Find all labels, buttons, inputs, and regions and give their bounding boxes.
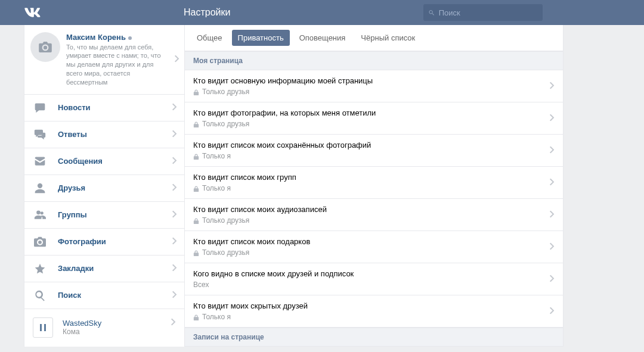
lock-icon	[193, 250, 199, 256]
sidebar-item-label: Сообщения	[58, 157, 103, 166]
topbar: Настройки	[0, 0, 644, 25]
privacy-question: Кого видно в списке моих друзей и подпис…	[193, 269, 555, 278]
chevron-right-icon	[550, 82, 555, 91]
page-title: Настройки	[184, 7, 230, 18]
chevron-right-icon	[172, 291, 177, 300]
lock-icon	[193, 185, 199, 191]
sidebar-item-photos[interactable]: Фотографии	[24, 229, 184, 256]
search-box[interactable]	[423, 4, 543, 21]
person-icon	[33, 181, 47, 195]
privacy-row[interactable]: Кого видно в списке моих друзей и подпис…	[185, 263, 563, 295]
privacy-value: Только друзья	[193, 120, 555, 128]
chevron-right-icon	[172, 183, 177, 192]
pause-icon	[39, 324, 47, 331]
privacy-value: Только я	[193, 313, 555, 321]
chevron-right-icon	[550, 146, 555, 155]
sidebar-item-news[interactable]: Новости	[24, 95, 184, 122]
chevron-right-icon	[172, 103, 177, 112]
privacy-question: Кто видит список моих групп	[193, 173, 555, 182]
privacy-question: Кто видит список моих подарков	[193, 237, 555, 246]
sidebar-item-groups[interactable]: Группы	[24, 202, 184, 229]
chevron-right-icon	[171, 319, 176, 328]
vk-logo[interactable]	[24, 4, 41, 21]
privacy-question: Кто видит основную информацию моей стран…	[193, 76, 555, 85]
privacy-value: Всех	[193, 281, 555, 289]
sidebar-item-label: Новости	[58, 103, 91, 112]
player-artist: WastedSky	[63, 319, 101, 328]
privacy-question: Кто видит список моих аудиозаписей	[193, 205, 555, 214]
profile-name: Максим Корень	[66, 33, 126, 42]
privacy-value: Только друзья	[193, 88, 555, 96]
tab-blacklist[interactable]: Чёрный список	[355, 30, 421, 46]
envelope-icon	[33, 154, 47, 169]
privacy-row[interactable]: Кто видит моих скрытых друзейТолько я	[185, 295, 563, 328]
privacy-row[interactable]: Кто видит основную информацию моей стран…	[185, 70, 563, 102]
tabs: Общее Приватность Оповещения Чёрный спис…	[185, 25, 563, 51]
sidebar-item-messages[interactable]: Сообщения	[24, 148, 184, 175]
chevron-right-icon	[172, 210, 177, 219]
privacy-value: Только я	[193, 184, 555, 192]
section-header-wall: Записи на странице	[185, 328, 563, 347]
star-icon	[33, 261, 47, 276]
people-icon	[33, 208, 47, 222]
tab-general[interactable]: Общее	[191, 30, 228, 46]
online-dot-icon	[128, 36, 132, 40]
chevron-right-icon	[550, 275, 555, 284]
sidebar: Максим Корень То, что мы делаем для себя…	[24, 25, 185, 347]
tab-privacy[interactable]: Приватность	[232, 30, 290, 46]
privacy-row[interactable]: Кто видит фотографии, на которых меня от…	[185, 102, 563, 135]
chevron-right-icon	[550, 210, 555, 219]
privacy-question: Кто видит список моих сохранённых фотогр…	[193, 141, 555, 149]
lock-icon	[193, 89, 199, 95]
sidebar-item-bookmarks[interactable]: Закладки	[24, 256, 184, 282]
chevron-right-icon	[172, 157, 177, 166]
sidebar-item-search[interactable]: Поиск	[24, 282, 184, 309]
speech-bubble-icon	[33, 101, 47, 115]
privacy-question: Кто видит моих скрытых друзей	[193, 301, 555, 310]
avatar	[30, 32, 60, 62]
sidebar-item-friends[interactable]: Друзья	[24, 175, 184, 202]
lock-icon	[193, 153, 199, 159]
audio-player[interactable]: WastedSky Кома	[24, 309, 184, 346]
sidebar-item-label: Друзья	[58, 183, 85, 192]
sidebar-item-label: Поиск	[58, 291, 81, 300]
privacy-value: Только я	[193, 152, 555, 160]
chevron-right-icon	[172, 130, 177, 139]
profile-status: То, что мы делаем для себя, умирает вмес…	[66, 43, 170, 87]
lock-icon	[193, 217, 199, 223]
camera-icon	[39, 42, 52, 52]
privacy-value: Только друзья	[193, 248, 555, 257]
profile-card[interactable]: Максим Корень То, что мы делаем для себя…	[24, 25, 184, 95]
chevron-right-icon	[550, 114, 555, 123]
search-input[interactable]	[439, 8, 538, 17]
chevron-right-icon	[550, 242, 555, 251]
replies-icon	[33, 127, 47, 142]
section-header-my-page: Моя страница	[185, 51, 563, 70]
chevron-right-icon	[550, 178, 555, 187]
search-icon	[428, 9, 435, 17]
chevron-right-icon	[550, 307, 555, 316]
sidebar-item-label: Группы	[58, 210, 87, 219]
privacy-row[interactable]: Кто видит список моих подарковТолько дру…	[185, 231, 563, 263]
privacy-row[interactable]: Кто видит список моих аудиозаписейТолько…	[185, 199, 563, 231]
sidebar-item-label: Закладки	[58, 264, 94, 273]
privacy-row[interactable]: Кто видит список моих сохранённых фотогр…	[185, 135, 563, 167]
main-content: Общее Приватность Оповещения Чёрный спис…	[185, 25, 564, 347]
tab-notifications[interactable]: Оповещения	[293, 30, 352, 46]
sidebar-item-replies[interactable]: Ответы	[24, 122, 184, 148]
pause-button[interactable]	[33, 317, 53, 338]
sidebar-item-label: Ответы	[58, 130, 87, 139]
privacy-question: Кто видит фотографии, на которых меня от…	[193, 108, 555, 117]
chevron-right-icon	[175, 55, 179, 64]
privacy-value: Только друзья	[193, 216, 555, 225]
sidebar-item-label: Фотографии	[58, 237, 106, 246]
magnifier-icon	[33, 288, 47, 303]
lock-icon	[193, 314, 199, 320]
lock-icon	[193, 121, 199, 127]
privacy-row[interactable]: Кто видит список моих группТолько я	[185, 167, 563, 199]
camera-icon	[33, 235, 47, 249]
chevron-right-icon	[172, 237, 177, 246]
player-track: Кома	[63, 328, 101, 336]
chevron-right-icon	[172, 264, 177, 273]
